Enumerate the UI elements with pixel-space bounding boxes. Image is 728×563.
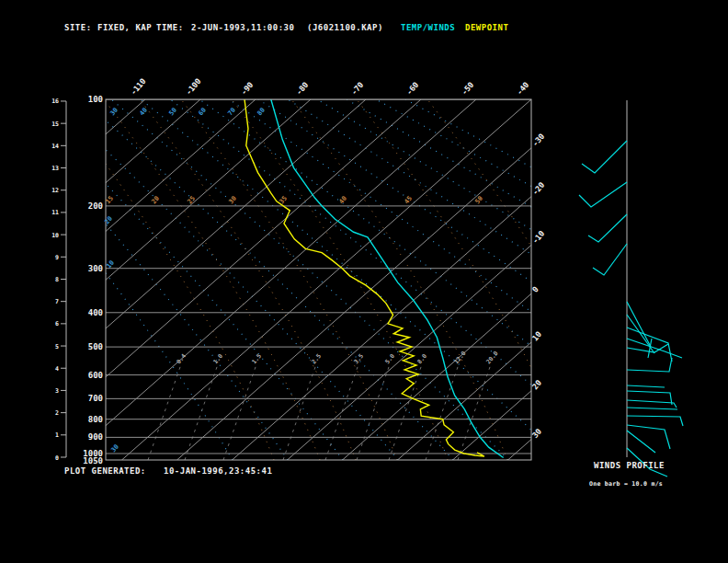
svg-text:-30: -30 (530, 132, 547, 148)
svg-text:0: 0 (55, 454, 59, 462)
svg-text:0.4: 0.4 (175, 352, 188, 365)
svg-text:-80: -80 (294, 80, 311, 97)
svg-text:5: 5 (55, 343, 59, 350)
winds-column (579, 100, 683, 477)
svg-text:4: 4 (55, 365, 59, 373)
svg-text:300: 300 (88, 264, 103, 273)
svg-text:6: 6 (55, 320, 59, 327)
svg-text:50: 50 (167, 107, 178, 118)
wind-profile-vector (627, 431, 655, 453)
svg-text:70: 70 (226, 107, 237, 118)
svg-text:-90: -90 (239, 80, 256, 97)
svg-text:0: 0 (530, 284, 540, 293)
svg-text:25: 25 (186, 195, 197, 206)
dewpoint-curve (245, 99, 484, 456)
svg-text:900: 900 (88, 432, 103, 442)
svg-text:30: 30 (109, 443, 120, 454)
svg-text:-110: -110 (129, 76, 148, 97)
wind-profile-vector (627, 385, 665, 387)
svg-text:-50: -50 (460, 80, 476, 97)
wind-profile-vector (627, 400, 677, 408)
isotherm-labels-top: -110-100-90-80-70-60-50-40 (129, 76, 531, 97)
svg-text:3: 3 (55, 387, 59, 395)
svg-text:7: 7 (55, 298, 59, 305)
skewt-app-window: SITE: FIXED, KAP TIME: 2-JUN-1993,11:00:… (0, 0, 728, 563)
svg-text:20: 20 (103, 215, 114, 226)
svg-text:1050: 1050 (83, 456, 103, 465)
pressure-axis-labels: 10020030040050060070080090010001050 (83, 95, 103, 465)
svg-text:60: 60 (197, 107, 208, 118)
plot-line-families (0, 99, 728, 461)
svg-text:16: 16 (51, 98, 59, 105)
svg-text:20: 20 (530, 378, 543, 391)
svg-text:-40: -40 (515, 80, 531, 97)
wind-barb (579, 182, 627, 207)
svg-text:2.5: 2.5 (310, 352, 323, 365)
svg-text:100: 100 (88, 95, 103, 104)
svg-text:-100: -100 (184, 76, 203, 97)
svg-text:1.5: 1.5 (250, 352, 263, 365)
svg-text:11: 11 (51, 209, 59, 216)
svg-text:3.5: 3.5 (352, 352, 365, 365)
dry-adiabats (0, 99, 728, 460)
svg-text:700: 700 (88, 394, 103, 403)
wind-barb (593, 244, 627, 275)
wind-profile-vector (627, 416, 683, 426)
wind-profile-vector (627, 358, 672, 372)
svg-text:1.0: 1.0 (211, 352, 224, 365)
svg-text:-70: -70 (349, 80, 366, 97)
svg-text:500: 500 (88, 342, 103, 351)
winds-profile-subtitle: One barb = 10.0 m/s (589, 480, 663, 488)
svg-text:-20: -20 (530, 180, 547, 197)
svg-text:80: 80 (256, 107, 267, 118)
dry-adiabat-labels: 304050607080201030 (103, 107, 267, 454)
wind-barb (582, 141, 627, 173)
svg-text:800: 800 (88, 415, 103, 424)
svg-text:600: 600 (88, 371, 103, 380)
wind-profile-vector (627, 339, 682, 358)
svg-text:13: 13 (51, 165, 59, 172)
svg-text:8.0: 8.0 (415, 352, 428, 365)
isotherm-labels-right: -30-20-100102030 (530, 132, 547, 440)
svg-text:400: 400 (88, 308, 103, 317)
winds-profile-title: WINDS PROFILE (594, 461, 665, 470)
svg-text:30: 30 (108, 107, 119, 118)
svg-text:40: 40 (138, 107, 149, 118)
temperature-curve (271, 99, 504, 457)
moist-adiabat-labels: 1520253035404550 (104, 195, 484, 206)
svg-text:9: 9 (55, 254, 59, 261)
wind-profile-vector (627, 408, 677, 409)
moist-adiabats (58, 99, 643, 460)
svg-text:30: 30 (530, 427, 543, 440)
skewt-plot-canvas: -110-100-90-80-70-60-50-40-30-20-1001020… (0, 0, 728, 563)
svg-text:2: 2 (55, 409, 59, 417)
wind-profile-vector (627, 425, 670, 449)
svg-text:1: 1 (55, 431, 59, 439)
svg-text:50: 50 (473, 195, 484, 206)
plot-generated-label: PLOT GENERATED: (64, 466, 146, 476)
svg-text:14: 14 (51, 143, 59, 150)
svg-text:-60: -60 (404, 80, 421, 97)
svg-text:-10: -10 (530, 229, 547, 246)
svg-text:5.0: 5.0 (383, 352, 396, 365)
svg-text:20: 20 (150, 195, 161, 206)
svg-text:12: 12 (51, 187, 59, 194)
svg-text:30: 30 (227, 195, 238, 206)
svg-text:8: 8 (55, 276, 59, 283)
plot-generated-value: 10-JAN-1996,23:45:41 (164, 466, 272, 476)
svg-text:15: 15 (51, 121, 59, 128)
svg-text:10: 10 (530, 329, 543, 342)
wind-barb (588, 214, 627, 242)
mixing-ratio-labels: 0.41.01.52.53.55.08.012.020.0 (175, 350, 499, 365)
svg-text:40: 40 (337, 195, 348, 206)
svg-text:10: 10 (51, 232, 59, 239)
height-axis: 012345678910111213141516 (51, 98, 66, 461)
svg-text:20.0: 20.0 (484, 350, 499, 365)
svg-text:200: 200 (88, 201, 103, 211)
isotherms (0, 99, 728, 460)
